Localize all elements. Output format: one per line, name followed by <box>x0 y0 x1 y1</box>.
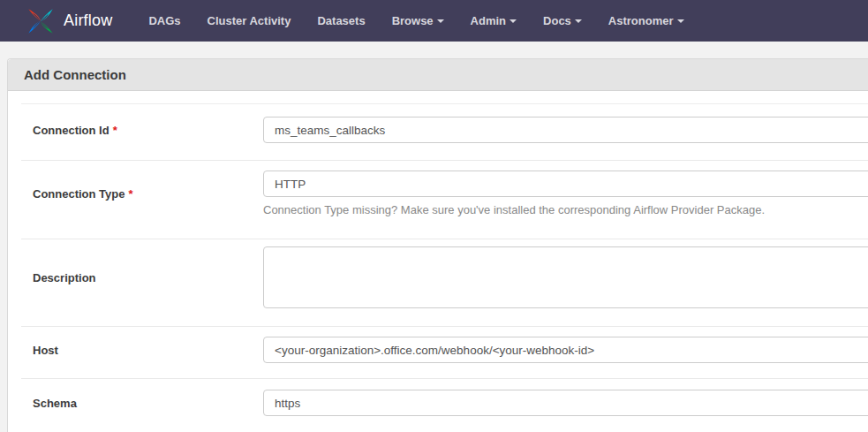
host-label: Host <box>21 337 263 363</box>
field-label-text: Connection Id <box>33 124 109 137</box>
connection-id-input[interactable] <box>263 117 868 143</box>
navbar: Airflow DAGs Cluster Activity Datasets B… <box>0 0 868 42</box>
form-row-description: Description <box>21 239 868 326</box>
connection-type-select[interactable] <box>263 171 868 197</box>
add-connection-form: Connection Id * Connection Type * Connec… <box>8 91 868 432</box>
nav-item-label: Astronomer <box>608 14 674 27</box>
nav-item-docs[interactable]: Docs <box>530 14 595 27</box>
nav-item-label: Admin <box>471 14 506 27</box>
nav-item-admin[interactable]: Admin <box>457 14 530 27</box>
nav-item-datasets[interactable]: Datasets <box>304 14 378 27</box>
nav-item-dags[interactable]: DAGs <box>135 14 193 27</box>
form-row-schema: Schema <box>21 378 868 432</box>
connection-id-label: Connection Id * <box>21 117 263 143</box>
description-textarea[interactable] <box>263 246 868 308</box>
nav-item-browse[interactable]: Browse <box>379 14 457 27</box>
chevron-down-icon <box>677 19 684 23</box>
field-label-text: Schema <box>33 397 77 410</box>
nav-item-label: Browse <box>392 14 434 27</box>
required-asterisk: * <box>113 124 117 137</box>
field-label-text: Connection Type <box>33 187 125 201</box>
required-asterisk: * <box>128 187 132 201</box>
form-row-host: Host <box>21 326 868 378</box>
airflow-pinwheel-icon <box>25 5 57 37</box>
description-label: Description <box>21 246 263 308</box>
brand-title: Airflow <box>64 11 112 30</box>
nav-item-astronomer[interactable]: Astronomer <box>595 14 698 27</box>
page-title: Add Connection <box>8 59 868 91</box>
connection-type-help-text: Connection Type missing? Make sure you'v… <box>263 203 868 216</box>
chevron-down-icon <box>509 19 517 23</box>
chevron-down-icon <box>575 19 582 23</box>
airflow-brand[interactable]: Airflow <box>25 5 112 37</box>
nav-item-cluster-activity[interactable]: Cluster Activity <box>194 14 305 27</box>
chevron-down-icon <box>437 19 444 23</box>
field-label-text: Description <box>33 271 96 284</box>
form-row-connection-type: Connection Type * Connection Type missin… <box>21 160 868 239</box>
nav-item-label: DAGs <box>148 14 180 27</box>
add-connection-panel: Add Connection Connection Id * Connectio… <box>7 58 868 432</box>
form-row-connection-id: Connection Id * <box>21 103 868 160</box>
main-nav: DAGs Cluster Activity Datasets Browse Ad… <box>135 14 697 27</box>
nav-item-label: Cluster Activity <box>208 14 291 27</box>
nav-item-label: Datasets <box>317 14 365 27</box>
schema-label: Schema <box>21 390 263 416</box>
connection-type-label: Connection Type * <box>21 171 263 216</box>
nav-item-label: Docs <box>543 14 571 27</box>
field-label-text: Host <box>33 344 58 357</box>
schema-input[interactable] <box>263 390 868 416</box>
host-input[interactable] <box>263 337 868 363</box>
